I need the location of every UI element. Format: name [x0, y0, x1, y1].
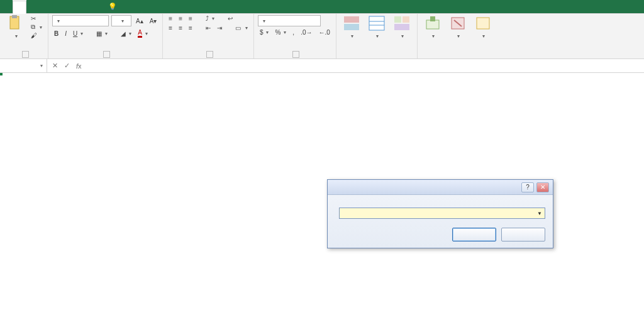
bold-button[interactable]: B: [52, 30, 60, 37]
formula-bar: ▾ ✕ ✓ fx: [0, 59, 644, 73]
scissors-icon: ✂: [31, 15, 36, 22]
merge-center-button[interactable]: ▭: [233, 25, 250, 31]
insert-label: [430, 32, 435, 39]
svg-rect-1: [12, 15, 17, 18]
comma-button[interactable]: ,: [291, 29, 296, 36]
svg-rect-4: [369, 16, 384, 30]
conditional-formatting-button[interactable]: [340, 15, 363, 39]
paintbrush-icon: 🖌: [31, 32, 37, 39]
group-cells: [418, 14, 498, 58]
cut-button[interactable]: ✂: [29, 15, 44, 22]
dialog-titlebar[interactable]: ? ✕: [328, 180, 553, 195]
font-color-button[interactable]: A: [136, 29, 150, 38]
cancel-button[interactable]: [501, 228, 545, 242]
border-icon: ▦: [96, 30, 102, 37]
svg-rect-11: [430, 16, 435, 21]
decrease-indent-button[interactable]: ⇤: [204, 25, 213, 31]
tab-page-layout[interactable]: [39, 0, 52, 13]
tab-data[interactable]: [64, 0, 77, 13]
cell-styles-button[interactable]: [391, 15, 413, 39]
insert-icon: [424, 15, 441, 31]
percent-button[interactable]: %: [273, 29, 288, 36]
decrease-font-button[interactable]: A▾: [148, 18, 159, 25]
group-clipboard: ✂ ⧉ 🖌: [0, 14, 48, 58]
increase-indent-button[interactable]: ⇥: [215, 25, 224, 31]
group-styles: [336, 14, 418, 58]
dialog-help-button[interactable]: ?: [521, 182, 534, 192]
tab-review[interactable]: [77, 0, 89, 13]
decrease-decimal-button[interactable]: ←.0: [316, 29, 331, 36]
number-dialog-launcher[interactable]: [292, 51, 299, 58]
tab-view[interactable]: [89, 0, 102, 13]
svg-rect-8: [402, 16, 409, 23]
align-top-button[interactable]: ≡: [167, 15, 174, 22]
orientation-button[interactable]: ⤴: [204, 15, 216, 22]
cs-label: [399, 32, 404, 39]
underline-button[interactable]: U: [71, 30, 85, 37]
svg-rect-7: [394, 16, 401, 23]
cancel-formula-icon[interactable]: ✕: [52, 62, 58, 70]
copy-button[interactable]: ⧉: [29, 23, 44, 31]
group-font: A▴ A▾ B I U ▦ ◢ A: [48, 14, 163, 58]
tab-formulas[interactable]: [52, 0, 64, 13]
svg-rect-10: [426, 20, 439, 29]
tab-home[interactable]: [13, 1, 26, 14]
increase-font-button[interactable]: A▴: [134, 18, 145, 25]
delete-cells-button[interactable]: [447, 15, 469, 39]
clipboard-dialog-launcher[interactable]: [22, 51, 29, 58]
above-average-dialog: ? ✕ ▼: [327, 179, 553, 248]
delete-label: [455, 32, 460, 39]
paste-label: [13, 32, 18, 39]
font-dialog-launcher[interactable]: [103, 51, 110, 58]
border-button[interactable]: ▦: [94, 30, 109, 37]
svg-rect-14: [477, 18, 489, 29]
paste-button[interactable]: [4, 15, 26, 39]
wrap-icon: ↩: [228, 15, 233, 22]
wrap-text-button[interactable]: ↩: [226, 15, 236, 22]
ok-button[interactable]: [452, 228, 496, 242]
tell-me[interactable]: 💡: [102, 0, 126, 13]
font-size-combo[interactable]: [111, 15, 131, 26]
align-center-button[interactable]: ≡: [177, 25, 184, 31]
alignment-dialog-launcher[interactable]: [206, 51, 213, 58]
cell-styles-icon: [393, 15, 411, 31]
format-painter-button[interactable]: 🖌: [29, 32, 44, 39]
conditional-formatting-icon: [343, 15, 360, 31]
format-label: [480, 32, 485, 39]
increase-decimal-button[interactable]: .0→: [299, 29, 314, 36]
tab-insert[interactable]: [26, 0, 39, 13]
align-bottom-button[interactable]: ≡: [187, 15, 194, 22]
fat-label: [374, 32, 379, 39]
italic-button[interactable]: I: [63, 30, 69, 37]
cf-label: [349, 32, 353, 39]
format-style-combo[interactable]: ▼: [339, 208, 545, 219]
paste-icon: [6, 15, 24, 31]
delete-icon: [449, 15, 467, 31]
align-middle-button[interactable]: ≡: [177, 15, 184, 22]
format-cells-button[interactable]: [472, 15, 494, 39]
lightbulb-icon: 💡: [108, 3, 117, 11]
fx-icon[interactable]: fx: [76, 62, 82, 70]
align-right-button[interactable]: ≡: [187, 25, 194, 31]
bucket-icon: ◢: [121, 30, 126, 37]
ribbon-tabbar: 💡: [0, 0, 644, 14]
font-name-combo[interactable]: [52, 15, 109, 26]
ribbon: ✂ ⧉ 🖌 A▴ A▾ B I U ▦ ◢ A: [0, 14, 644, 59]
fill-color-button[interactable]: ◢: [119, 30, 133, 37]
name-box[interactable]: ▾: [0, 59, 47, 72]
format-as-table-button[interactable]: [365, 15, 388, 39]
selection-outline: [0, 73, 3, 75]
dialog-close-button[interactable]: ✕: [536, 182, 549, 192]
currency-button[interactable]: $: [258, 29, 271, 36]
enter-formula-icon[interactable]: ✓: [64, 62, 70, 70]
svg-rect-3: [344, 24, 359, 30]
insert-cells-button[interactable]: [421, 15, 444, 39]
align-left-button[interactable]: ≡: [167, 25, 174, 31]
font-color-icon: A: [138, 29, 142, 38]
table-icon: [368, 15, 386, 31]
tab-file[interactable]: [0, 0, 13, 13]
svg-rect-2: [344, 16, 359, 23]
number-format-combo[interactable]: [258, 15, 321, 26]
group-number: $ % , .0→ ←.0: [254, 14, 336, 58]
chevron-down-icon: ▼: [537, 211, 542, 216]
